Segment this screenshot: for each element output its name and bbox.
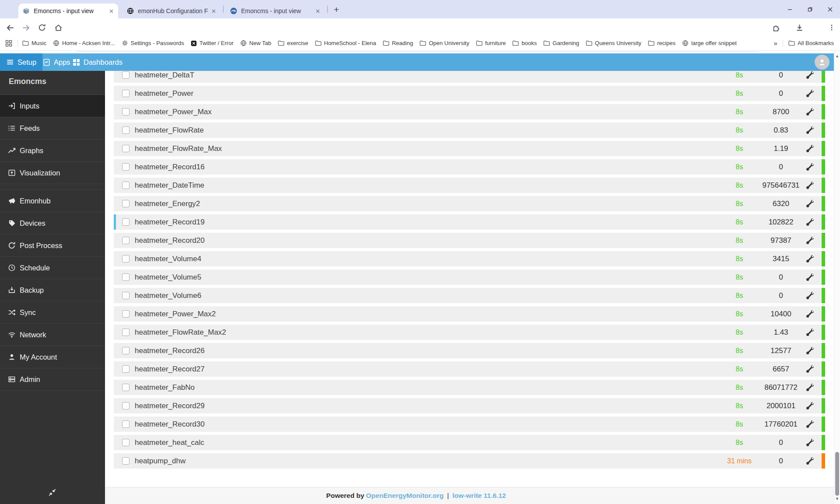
wrench-icon[interactable] [806, 237, 817, 244]
browser-tab-1[interactable]: Emoncms - input view [18, 4, 118, 18]
tab-close-icon[interactable] [315, 9, 320, 14]
sidebar-item-inputs[interactable]: Inputs [0, 95, 105, 117]
bookmark-item[interactable]: recipes [648, 40, 676, 46]
input-row[interactable]: heatmeter_heat_calc8s0 [114, 435, 825, 450]
sidebar-item-feeds[interactable]: Feeds [0, 117, 105, 140]
sidebar-item-graphs[interactable]: Graphs [0, 140, 105, 162]
bookmark-item[interactable]: exercise [278, 40, 308, 46]
bookmark-item[interactable]: furniture [476, 40, 506, 46]
wrench-icon[interactable] [806, 163, 817, 171]
input-row[interactable]: heatmeter_Record208s97387 [114, 233, 825, 248]
row-checkbox[interactable] [122, 90, 130, 97]
sidebar-item-devices[interactable]: Devices [0, 212, 105, 234]
wrench-icon[interactable] [806, 71, 817, 79]
input-row[interactable]: heatmeter_Record308s17760201 [114, 416, 825, 432]
input-row[interactable]: heatmeter_Record278s6657 [114, 361, 825, 377]
wrench-icon[interactable] [806, 218, 817, 226]
wrench-icon[interactable] [806, 200, 817, 207]
sidebar-item-emonhub[interactable]: Emonhub [0, 190, 105, 212]
input-row[interactable]: heatmeter_DateTime8s975646731 [114, 178, 825, 193]
bookmark-item[interactable]: Twitter / Error [191, 40, 234, 46]
browser-menu-button[interactable] [826, 22, 837, 33]
row-checkbox[interactable] [122, 200, 130, 207]
input-row[interactable]: heatmeter_FlowRate_Max8s1.19 [114, 141, 825, 156]
row-checkbox[interactable] [122, 273, 130, 281]
bookmark-item[interactable]: Music [22, 40, 46, 46]
row-checkbox[interactable] [122, 420, 130, 428]
wrench-icon[interactable] [806, 273, 817, 281]
input-row[interactable]: heatmeter_FlowRate8s0.83 [114, 122, 825, 138]
input-row[interactable]: heatmeter_Energy28s6320 [114, 196, 825, 211]
wrench-icon[interactable] [806, 108, 817, 116]
row-checkbox[interactable] [122, 347, 130, 354]
wrench-icon[interactable] [806, 420, 817, 428]
openenergymonitor-link[interactable]: OpenEnergyMonitor.org [366, 492, 444, 500]
input-row[interactable]: heatmeter_Record298s2000101 [114, 398, 825, 413]
wrench-icon[interactable] [806, 439, 817, 446]
input-row[interactable]: heatmeter_FlowRate_Max28s1.43 [114, 325, 825, 340]
bookmark-item[interactable]: HomeSchool - Elena [315, 40, 376, 46]
input-row[interactable]: heatmeter_Record268s12577 [114, 343, 825, 358]
scroll-up-icon[interactable]: ▲ [834, 52, 840, 60]
row-checkbox[interactable] [122, 402, 130, 410]
input-row[interactable]: heatmeter_Volume48s3415 [114, 251, 825, 266]
wrench-icon[interactable] [806, 365, 817, 373]
scroll-down-icon[interactable]: ▼ [834, 495, 840, 502]
wrench-icon[interactable] [806, 145, 817, 152]
sidebar-collapse-button[interactable] [48, 488, 56, 497]
tab-close-icon[interactable] [211, 9, 216, 14]
input-row[interactable]: heatpump_dhw31 mins0 [114, 453, 825, 469]
forward-button[interactable] [20, 22, 32, 33]
navbar-item-setup[interactable]: Setup [0, 53, 42, 71]
bookmark-item[interactable]: Reading [383, 40, 413, 46]
sidebar-item-schedule[interactable]: Schedule [0, 257, 105, 279]
browser-tab-3[interactable]: Emoncms - input view [226, 4, 325, 18]
input-row[interactable]: heatmeter_Volume68s0 [114, 288, 825, 303]
row-checkbox[interactable] [122, 163, 130, 171]
bookmark-item[interactable]: large offer snippet [682, 40, 737, 46]
wrench-icon[interactable] [806, 126, 817, 134]
row-checkbox[interactable] [122, 237, 130, 244]
downloads-button[interactable] [794, 22, 805, 33]
input-row[interactable]: heatmeter_FabNo8s86071772 [114, 380, 825, 395]
wrench-icon[interactable] [806, 457, 817, 465]
sidebar-item-my-account[interactable]: My Account [0, 346, 105, 368]
row-checkbox[interactable] [122, 457, 130, 465]
page-scrollbar[interactable]: ▲ ▼ [834, 51, 840, 504]
input-row[interactable]: heatmeter_Record198s102822 [114, 214, 825, 230]
wrench-icon[interactable] [806, 402, 817, 410]
bookmark-item[interactable]: Open University [420, 40, 469, 46]
tab-close-icon[interactable] [109, 9, 114, 14]
wrench-icon[interactable] [806, 255, 817, 262]
sidebar-item-post-process[interactable]: Post Process [0, 234, 105, 257]
bookmark-item[interactable]: Queens University [586, 40, 641, 46]
back-button[interactable] [4, 22, 16, 33]
input-row[interactable]: heatmeter_Volume58s0 [114, 270, 825, 285]
user-avatar[interactable] [815, 55, 830, 70]
wrench-icon[interactable] [806, 384, 817, 391]
wrench-icon[interactable] [806, 292, 817, 299]
row-checkbox[interactable] [122, 182, 130, 189]
bookmarks-overflow-button[interactable]: » [774, 39, 777, 47]
window-close-button[interactable] [820, 2, 840, 17]
input-row[interactable]: heatmeter_Power_Max28s10400 [114, 306, 825, 322]
window-restore-button[interactable] [800, 2, 820, 17]
scrollbar-thumb[interactable] [835, 452, 839, 496]
row-checkbox[interactable] [122, 126, 130, 134]
row-checkbox[interactable] [122, 145, 130, 152]
row-checkbox[interactable] [122, 365, 130, 373]
row-checkbox[interactable] [122, 310, 130, 318]
input-row[interactable]: heatmeter_Power8s0 [114, 86, 825, 101]
all-bookmarks-button[interactable]: All Bookmarks [788, 40, 834, 46]
row-checkbox[interactable] [122, 329, 130, 336]
bookmark-item[interactable]: books [512, 40, 537, 46]
wrench-icon[interactable] [806, 182, 817, 189]
sidebar-item-visualization[interactable]: Visualization [0, 162, 105, 184]
row-checkbox[interactable] [122, 439, 130, 446]
bookmark-item[interactable]: Gardening [543, 40, 579, 46]
new-tab-button[interactable]: + [331, 4, 342, 15]
sidebar-item-admin[interactable]: Admin [0, 368, 105, 391]
sidebar-item-sync[interactable]: Sync [0, 301, 105, 324]
wrench-icon[interactable] [806, 310, 817, 318]
input-row[interactable]: heatmeter_Record168s0 [114, 159, 825, 175]
